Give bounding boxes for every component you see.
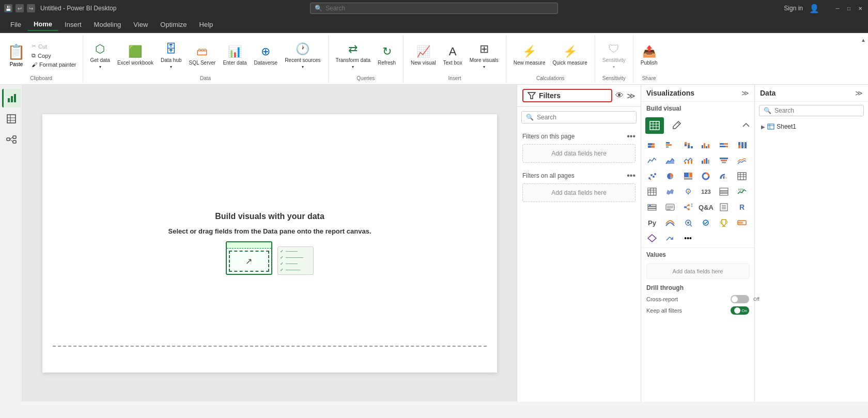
viz-donut[interactable]: [698, 169, 714, 183]
keep-filters-toggle[interactable]: On: [731, 306, 749, 315]
paste-button[interactable]: 📋 Paste: [4, 41, 28, 69]
enter-data-button[interactable]: 📊 Enter data: [220, 42, 250, 68]
viz-line-stacked[interactable]: [734, 153, 750, 168]
viz-100-stacked-bar[interactable]: [716, 138, 732, 152]
copy-button[interactable]: ⧉ Copy: [29, 51, 79, 60]
save-icon[interactable]: 💾: [4, 4, 12, 12]
new-measure-button[interactable]: ⚡ New measure: [510, 42, 549, 68]
viz-line-clustered[interactable]: [680, 153, 696, 168]
menu-modeling[interactable]: Modeling: [88, 19, 128, 30]
minimize-button[interactable]: ─: [834, 5, 841, 12]
dataverse-button[interactable]: ⊕ Dataverse: [251, 42, 281, 68]
sidebar-model-view[interactable]: [2, 130, 21, 149]
viz-line[interactable]: [644, 153, 660, 168]
data-panel-expand-icon[interactable]: ≫: [855, 89, 863, 97]
close-button[interactable]: ✕: [857, 5, 864, 12]
viz-multi-row-card[interactable]: [716, 184, 732, 199]
data-hub-button[interactable]: 🗄 Data hub ▾: [158, 40, 185, 71]
filters-all-pages-add[interactable]: Add data fields here: [522, 183, 636, 202]
viz-panel-expand-icon[interactable]: ≫: [741, 89, 749, 97]
sidebar-report-view[interactable]: [2, 89, 21, 107]
new-visual-button[interactable]: 📈 New visual: [408, 42, 439, 68]
menu-file[interactable]: File: [4, 19, 27, 30]
sql-server-button[interactable]: 🗃 SQL Server: [186, 42, 219, 68]
viz-scatter[interactable]: [644, 169, 660, 183]
viz-metrics[interactable]: [698, 215, 714, 230]
maximize-button[interactable]: □: [845, 5, 853, 12]
data-search-box[interactable]: 🔍: [759, 105, 864, 116]
filters-search-box[interactable]: 🔍: [521, 111, 637, 123]
viz-ribbon-chart[interactable]: [662, 215, 678, 230]
viz-clustered-bar[interactable]: [662, 138, 678, 152]
text-box-button[interactable]: A Text box: [440, 42, 465, 68]
viz-paginated[interactable]: [716, 200, 732, 214]
format-painter-button[interactable]: 🖌 Format painter: [29, 60, 79, 69]
cut-button[interactable]: ✂ Cut: [29, 42, 79, 51]
viz-stacked-col[interactable]: [680, 138, 696, 152]
viz-slicer[interactable]: [644, 200, 660, 214]
viz-clustered-col[interactable]: [698, 138, 714, 152]
viz-card[interactable]: 123: [698, 184, 714, 199]
filters-on-page-more[interactable]: •••: [627, 132, 636, 141]
viz-100-stacked-col[interactable]: [734, 138, 750, 152]
more-visuals-button[interactable]: ⊞ More visuals ▾: [467, 40, 502, 71]
report-canvas[interactable]: Build visuals with your data Select or d…: [42, 114, 497, 373]
menu-optimize[interactable]: Optimize: [154, 19, 193, 30]
viz-icon-table-selected[interactable]: [645, 117, 664, 134]
ribbon-collapse-button[interactable]: ▲: [859, 35, 868, 82]
viz-treemap[interactable]: [680, 169, 696, 183]
menu-view[interactable]: View: [127, 19, 154, 30]
viz-arrows[interactable]: [662, 231, 678, 245]
cross-report-toggle[interactable]: Off: [731, 295, 749, 303]
user-icon[interactable]: 👤: [809, 4, 819, 13]
data-search-input[interactable]: [774, 107, 859, 114]
quick-measure-button[interactable]: ⚡ Quick measure: [550, 42, 591, 68]
filters-eye-icon[interactable]: 👁: [615, 91, 624, 100]
get-data-button[interactable]: ⬡ Get data ▾: [87, 40, 113, 71]
viz-diamond[interactable]: [644, 231, 660, 245]
viz-r-visual[interactable]: R: [734, 200, 750, 214]
sidebar-data-view[interactable]: [2, 110, 21, 128]
redo-icon[interactable]: ↪: [27, 4, 35, 12]
menu-help[interactable]: Help: [193, 19, 220, 30]
menu-insert[interactable]: Insert: [58, 19, 88, 30]
refresh-button[interactable]: ↻ Refresh: [375, 42, 399, 68]
viz-trophy[interactable]: [716, 215, 732, 230]
viz-matrix[interactable]: [644, 184, 660, 199]
viz-waterfall[interactable]: [698, 153, 714, 168]
filters-expand-icon[interactable]: ≫: [627, 91, 636, 101]
title-search-input[interactable]: [326, 5, 553, 12]
sign-in-label[interactable]: Sign in: [784, 5, 803, 12]
viz-map[interactable]: [680, 184, 696, 199]
viz-scroll-up-button[interactable]: [742, 122, 750, 129]
values-add-box[interactable]: Add data fields here: [646, 264, 749, 279]
undo-icon[interactable]: ↩: [16, 4, 24, 12]
viz-qna[interactable]: Q&A: [698, 200, 714, 214]
viz-python[interactable]: Py: [644, 215, 660, 230]
viz-filled-map[interactable]: [662, 184, 678, 199]
viz-gauge[interactable]: [716, 169, 732, 183]
sensitivity-button[interactable]: 🛡 Sensitivity ▾: [599, 40, 629, 71]
viz-stacked-bar[interactable]: [644, 138, 660, 152]
viz-kpi[interactable]: KPI: [734, 184, 750, 199]
viz-table[interactable]: [734, 169, 750, 183]
viz-area[interactable]: [662, 153, 678, 168]
menu-home[interactable]: Home: [27, 18, 58, 31]
filters-search-input[interactable]: [537, 114, 632, 121]
filters-all-pages-more[interactable]: •••: [627, 171, 636, 180]
viz-smart-narrative[interactable]: [662, 200, 678, 214]
transform-data-button[interactable]: ⇄ Transform data ▾: [333, 40, 374, 71]
viz-key-influencers[interactable]: [680, 215, 696, 230]
viz-custom-bar[interactable]: [734, 215, 750, 230]
title-search-bar[interactable]: 🔍: [310, 3, 558, 14]
viz-funnel[interactable]: [716, 153, 732, 168]
publish-button[interactable]: 📤 Publish: [638, 42, 661, 68]
viz-pie[interactable]: [662, 169, 678, 183]
filters-on-page-add[interactable]: Add data fields here: [522, 144, 636, 163]
viz-decomp-tree[interactable]: [680, 200, 696, 214]
recent-sources-button[interactable]: 🕐 Recent sources ▾: [282, 40, 323, 71]
viz-more-button[interactable]: •••: [680, 231, 696, 245]
viz-icon-format[interactable]: [667, 117, 686, 134]
excel-workbook-button[interactable]: 🟩 Excel workbook: [114, 42, 157, 68]
data-tree-sheet1[interactable]: ▶ Sheet1: [759, 121, 864, 132]
